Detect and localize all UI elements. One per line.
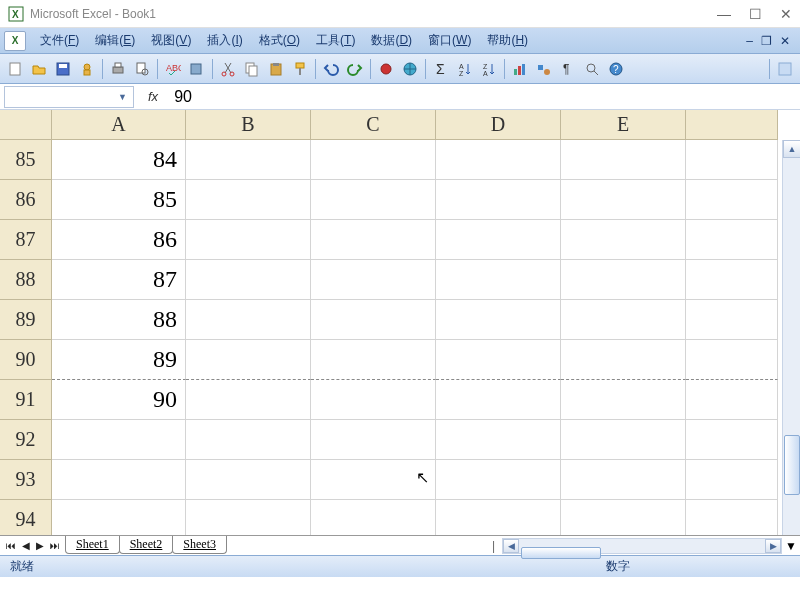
spreadsheet-grid[interactable]: ABCDE8584868587868887898890899190929394 … <box>0 110 800 535</box>
cell[interactable] <box>686 420 778 460</box>
cell[interactable] <box>186 340 311 380</box>
tab-prev-icon[interactable]: ◀ <box>22 540 30 551</box>
name-box[interactable]: ▼ <box>4 86 134 108</box>
cell[interactable] <box>561 420 686 460</box>
undo-icon[interactable] <box>320 58 342 80</box>
cell[interactable]: 88 <box>52 300 186 340</box>
cell[interactable] <box>436 380 561 420</box>
tab-last-icon[interactable]: ⏭ <box>50 540 60 551</box>
cell[interactable] <box>311 300 436 340</box>
cell[interactable] <box>561 260 686 300</box>
tab-split-handle[interactable]: | <box>492 539 502 553</box>
menu-tools[interactable]: 工具(T) <box>308 29 363 52</box>
tab-next-icon[interactable]: ▶ <box>36 540 44 551</box>
cell[interactable] <box>561 220 686 260</box>
fx-label[interactable]: fx <box>138 89 168 104</box>
cell[interactable] <box>436 420 561 460</box>
row-header[interactable]: 94 <box>0 500 52 535</box>
menu-edit[interactable]: 编辑(E) <box>87 29 143 52</box>
chart-wizard-icon[interactable] <box>509 58 531 80</box>
ink-icon[interactable] <box>375 58 397 80</box>
cell[interactable]: 87 <box>52 260 186 300</box>
cell[interactable] <box>686 180 778 220</box>
cell[interactable] <box>436 500 561 535</box>
cell[interactable]: 89 <box>52 340 186 380</box>
cell[interactable] <box>686 380 778 420</box>
col-header-C[interactable]: C <box>311 110 436 140</box>
menu-help[interactable]: 帮助(H) <box>479 29 536 52</box>
cell[interactable] <box>436 300 561 340</box>
scroll-down-icon[interactable]: ▼ <box>782 539 800 553</box>
cell[interactable]: 90 <box>52 380 186 420</box>
cell[interactable] <box>186 380 311 420</box>
menu-window[interactable]: 窗口(W) <box>420 29 479 52</box>
cell[interactable] <box>686 140 778 180</box>
cell[interactable] <box>311 420 436 460</box>
hyperlink-icon[interactable] <box>399 58 421 80</box>
col-header-extra[interactable] <box>686 110 778 140</box>
cell[interactable] <box>186 460 311 500</box>
copy-icon[interactable] <box>241 58 263 80</box>
cell[interactable]: 85 <box>52 180 186 220</box>
cut-icon[interactable] <box>217 58 239 80</box>
select-all-corner[interactable] <box>0 110 52 140</box>
row-header[interactable]: 89 <box>0 300 52 340</box>
horizontal-scrollbar[interactable]: ◀ ▶ <box>502 538 782 554</box>
close-button[interactable]: ✕ <box>780 6 792 22</box>
cell[interactable] <box>52 500 186 535</box>
menu-file[interactable]: 文件(F) <box>32 29 87 52</box>
cell[interactable] <box>311 500 436 535</box>
cell[interactable] <box>311 380 436 420</box>
maximize-button[interactable]: ☐ <box>749 6 762 22</box>
row-header[interactable]: 85 <box>0 140 52 180</box>
permission-icon[interactable] <box>76 58 98 80</box>
doc-close-button[interactable]: ✕ <box>780 34 790 48</box>
cell[interactable] <box>186 420 311 460</box>
row-header[interactable]: 87 <box>0 220 52 260</box>
scroll-thumb[interactable] <box>784 435 800 495</box>
cell[interactable] <box>686 500 778 535</box>
vertical-scrollbar[interactable]: ▲ <box>782 140 800 535</box>
cell[interactable] <box>561 300 686 340</box>
row-header[interactable]: 86 <box>0 180 52 220</box>
cell[interactable] <box>686 300 778 340</box>
name-box-dropdown-icon[interactable]: ▼ <box>118 92 127 102</box>
cell[interactable] <box>686 460 778 500</box>
cell[interactable] <box>186 300 311 340</box>
sort-asc-icon[interactable]: AZ <box>454 58 476 80</box>
toolbar-options-icon[interactable] <box>774 58 796 80</box>
cell[interactable] <box>561 380 686 420</box>
row-header[interactable]: 91 <box>0 380 52 420</box>
minimize-button[interactable]: — <box>717 6 731 22</box>
cell[interactable] <box>311 340 436 380</box>
row-header[interactable]: 88 <box>0 260 52 300</box>
cell[interactable] <box>311 260 436 300</box>
zoom-icon[interactable] <box>581 58 603 80</box>
paste-icon[interactable] <box>265 58 287 80</box>
cell[interactable] <box>186 140 311 180</box>
sheet-tab-3[interactable]: Sheet3 <box>172 536 227 554</box>
row-header[interactable]: 90 <box>0 340 52 380</box>
cell[interactable] <box>311 460 436 500</box>
cell[interactable] <box>311 220 436 260</box>
row-header[interactable]: 92 <box>0 420 52 460</box>
cell[interactable] <box>436 140 561 180</box>
redo-icon[interactable] <box>344 58 366 80</box>
doc-restore-button[interactable]: ❐ <box>761 34 772 48</box>
scroll-right-icon[interactable]: ▶ <box>765 539 781 553</box>
cell[interactable] <box>686 340 778 380</box>
excel-logo-icon[interactable]: X <box>4 31 26 51</box>
cell[interactable] <box>436 340 561 380</box>
help-icon[interactable]: ? <box>605 58 627 80</box>
menu-view[interactable]: 视图(V) <box>143 29 199 52</box>
research-icon[interactable] <box>186 58 208 80</box>
print-icon[interactable] <box>107 58 129 80</box>
hscroll-thumb[interactable] <box>521 547 601 559</box>
cell[interactable] <box>52 460 186 500</box>
cell[interactable] <box>561 140 686 180</box>
cell[interactable]: 84 <box>52 140 186 180</box>
menu-insert[interactable]: 插入(I) <box>199 29 250 52</box>
menu-data[interactable]: 数据(D) <box>363 29 420 52</box>
cell[interactable]: 86 <box>52 220 186 260</box>
cell[interactable] <box>311 140 436 180</box>
